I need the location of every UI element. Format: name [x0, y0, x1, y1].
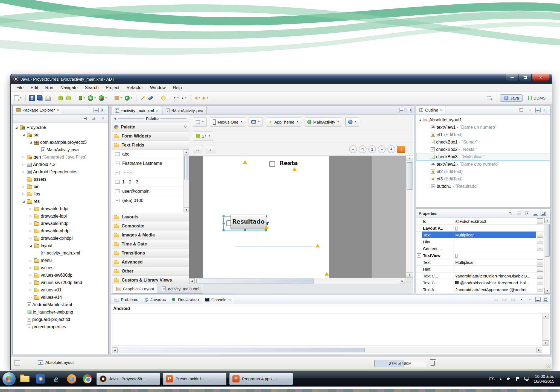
view-menu-icon[interactable] — [100, 116, 106, 121]
tab-problems[interactable]: Problems — [112, 295, 141, 304]
property-edit-button[interactable] — [536, 245, 544, 252]
property-edit-button[interactable] — [536, 266, 544, 272]
view-menu-icon[interactable] — [527, 107, 533, 113]
property-expander-icon[interactable] — [416, 245, 422, 252]
selection-handle[interactable] — [244, 229, 246, 232]
scroll-up-icon[interactable] — [184, 150, 189, 154]
zoom-fit-icon[interactable] — [359, 145, 366, 153]
collapse-palette-icon[interactable] — [114, 117, 116, 120]
avd-manager-button[interactable] — [65, 94, 72, 103]
property-expander-icon[interactable] — [416, 279, 422, 286]
zoom-out-icon[interactable] — [378, 145, 386, 153]
tab-mainactivity-java[interactable]: *MainActivity.java — [162, 106, 207, 115]
tab-activity-main-xml[interactable]: *activity_main.xml — [112, 106, 162, 115]
tree-item[interactable]: menu — [13, 257, 108, 264]
close-tab-icon[interactable] — [156, 109, 158, 113]
expander-icon[interactable] — [28, 141, 33, 144]
palette-item[interactable]: (555) 0100 — [112, 196, 183, 205]
palette-section-palette[interactable]: Palette — [112, 122, 189, 131]
property-value[interactable] — [454, 266, 536, 272]
scroll-right-icon[interactable] — [536, 347, 542, 353]
language-indicator[interactable]: ES — [489, 376, 495, 381]
property-edit-button[interactable] — [536, 286, 544, 293]
canvas-hscrollbar[interactable] — [189, 278, 405, 284]
maximize-view-icon[interactable] — [543, 297, 548, 302]
tree-item[interactable]: assets — [13, 175, 108, 183]
outline-item[interactable]: AbsoluteLayout1 — [416, 116, 550, 124]
explorer-taskbar-button[interactable] — [19, 373, 31, 385]
tree-item[interactable]: values-v14 — [13, 294, 108, 301]
minimize-editor-icon[interactable] — [399, 108, 404, 112]
network-icon[interactable] — [524, 377, 529, 380]
new-wizard-button[interactable] — [13, 94, 23, 103]
tab-javadoc[interactable]: Javadoc — [141, 295, 169, 304]
resultado-button[interactable]: Resultado — [231, 215, 266, 229]
tree-item[interactable]: activity_main.xml — [13, 249, 108, 257]
outline-item[interactable]: checkBox3 - "Multiplicar" — [416, 153, 550, 160]
resta-label[interactable]: Resta — [279, 160, 298, 166]
scroll-up-icon[interactable] — [406, 156, 413, 161]
tree-item[interactable]: values-sw720dp-land — [13, 279, 108, 286]
tree-item[interactable]: project.properties — [13, 323, 108, 330]
scroll-up-icon[interactable] — [544, 218, 550, 223]
close-view-icon[interactable] — [440, 108, 443, 112]
tab-xml-source[interactable]: activity_main.xml — [158, 284, 203, 294]
palette-section[interactable]: Time & Date — [112, 239, 189, 248]
expander-icon[interactable] — [28, 274, 33, 277]
search-button[interactable] — [147, 94, 154, 103]
scroll-down-icon[interactable] — [543, 340, 549, 346]
tree-item[interactable]: libs — [13, 190, 108, 198]
title-bar[interactable]: Java - Proyecto5/res/layout/activity_mai… — [11, 74, 552, 84]
mark-occurrences-button[interactable] — [160, 94, 167, 103]
package-explorer-tab[interactable]: Package Explorer — [13, 106, 62, 114]
collapse-all-icon[interactable] — [518, 107, 524, 113]
firefox-taskbar-button[interactable] — [65, 373, 78, 385]
dropdown-icon[interactable] — [20, 97, 22, 99]
property-row[interactable]: Text C... @android:color/hint_foreground… — [416, 279, 544, 286]
taskbar-window-programa4[interactable]: Programa-4.pptx ... — [229, 373, 293, 385]
scrollbar-thumb[interactable] — [119, 348, 365, 352]
minimize-button[interactable] — [506, 74, 518, 81]
menu-item[interactable]: Window — [147, 84, 169, 91]
display-console-icon[interactable] — [518, 297, 524, 302]
tree-item[interactable]: proguard-project.txt — [13, 316, 108, 323]
dropdown-icon[interactable] — [105, 97, 107, 99]
maximize-view-icon[interactable] — [543, 108, 548, 112]
property-row[interactable]: Text C... ?android:attr/textColorPrimary… — [416, 273, 544, 279]
console-hscrollbar[interactable] — [112, 347, 542, 353]
property-value[interactable] — [454, 238, 536, 245]
scroll-up-icon[interactable] — [543, 314, 549, 319]
tree-item[interactable]: com.example.proyecto5 — [13, 139, 108, 146]
canvas-vscrollbar[interactable] — [406, 156, 413, 278]
chrome-taskbar-button[interactable] — [81, 373, 94, 385]
dropdown-icon[interactable] — [185, 97, 187, 99]
tree-item[interactable]: drawable-mdpi — [13, 220, 108, 227]
expander-icon[interactable] — [21, 200, 26, 203]
zoom-100-icon[interactable] — [368, 145, 376, 153]
expander-icon[interactable] — [28, 288, 33, 291]
dropdown-icon[interactable] — [198, 97, 200, 99]
prev-annotation-button[interactable] — [181, 94, 188, 103]
palette-item[interactable]: ········ — [112, 168, 183, 177]
outline-item[interactable]: checkBox1 - "Sumar" — [416, 138, 550, 146]
outline-item[interactable]: textView2 - "Dame otro numero" — [416, 160, 550, 168]
outline-tab[interactable]: Outline — [417, 106, 445, 114]
scroll-down-icon[interactable] — [406, 272, 413, 278]
dropdown-icon[interactable] — [177, 97, 179, 99]
open-wizard-button[interactable] — [139, 94, 146, 103]
property-edit-button[interactable] — [536, 225, 544, 231]
show-advanced-icon[interactable] — [524, 210, 530, 216]
property-expander-icon[interactable] — [416, 259, 422, 265]
resize-grip[interactable] — [546, 364, 550, 368]
expand-horizontal-button[interactable] — [193, 145, 202, 153]
expander-icon[interactable] — [28, 229, 33, 232]
tree-item[interactable]: values — [13, 264, 108, 271]
palette-section[interactable]: Advanced — [112, 258, 189, 267]
expand-vertical-button[interactable] — [206, 145, 215, 153]
tree-item[interactable]: Android Dependencies — [13, 168, 108, 175]
debug-button[interactable] — [78, 94, 86, 103]
back-button[interactable] — [194, 94, 201, 103]
heap-status[interactable]: 87M of 180M — [374, 360, 426, 367]
palette-section[interactable]: Other — [112, 267, 189, 276]
start-button[interactable] — [2, 372, 16, 385]
